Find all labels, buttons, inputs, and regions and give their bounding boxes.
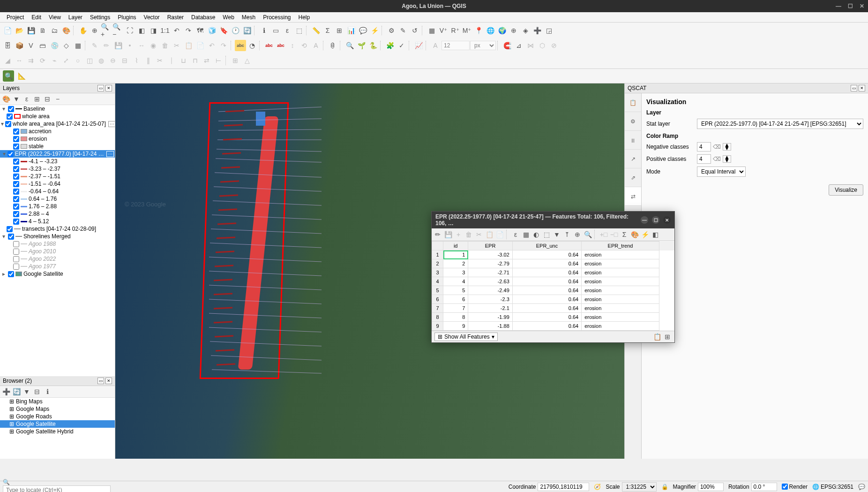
save-project-icon[interactable]: 💾 — [25, 25, 37, 36]
add-layer-icon[interactable]: ➕ — [531, 25, 543, 36]
close-icon[interactable]: ✕ — [663, 216, 671, 224]
locator-input[interactable] — [3, 485, 111, 492]
layer-label[interactable]: Google Satellite — [23, 271, 63, 277]
tab-settings[interactable]: ⚙ — [625, 112, 641, 131]
filter-selection-icon[interactable]: ▼ — [552, 230, 561, 239]
pan-to-selected-icon[interactable]: ⊕ — [573, 230, 582, 239]
menu-web[interactable]: Web — [219, 13, 238, 22]
metasearch-icon[interactable]: 🔍 — [344, 40, 355, 51]
class-label[interactable]: -0.64 – 0.64 — [29, 188, 59, 195]
layer-checkbox[interactable] — [5, 121, 11, 127]
class-label[interactable]: 1.76 – 2.88 — [29, 203, 57, 210]
gps-icon[interactable]: 📍 — [473, 25, 484, 36]
maximize-icon[interactable]: ☐ — [848, 3, 853, 9]
new-mesh-icon[interactable]: ▦ — [72, 40, 83, 51]
open-project-icon[interactable]: 📂 — [14, 25, 25, 36]
zoom-selection-icon[interactable]: ◧ — [136, 25, 147, 36]
vector-create-icon[interactable]: V⁺ — [438, 25, 449, 36]
toggle-edit-icon[interactable]: ✏ — [433, 230, 442, 239]
new-bookmark-icon[interactable]: 🔖 — [218, 25, 229, 36]
attribute-table-window[interactable]: EPR (2022.25-1977.0) [04-17-24 21-25-47]… — [431, 211, 675, 343]
raster-create-icon[interactable]: R⁺ — [449, 25, 461, 36]
new-shapefile-icon[interactable]: V — [25, 40, 37, 51]
column-header[interactable]: EPR_unc — [512, 242, 581, 250]
snapping-icon[interactable]: 🧲 — [501, 40, 513, 51]
new-virtual-icon[interactable]: ◇ — [60, 40, 72, 51]
layer-checkbox[interactable] — [13, 136, 19, 142]
menu-vector[interactable]: Vector — [140, 13, 164, 22]
layer-label[interactable]: transects [04-17-24 02-28-09] — [22, 226, 96, 232]
select-all-icon[interactable]: ▦ — [521, 230, 531, 239]
browser-item[interactable]: ⊞Google Roads — [0, 413, 115, 420]
layer-checkbox[interactable] — [13, 249, 19, 255]
column-header[interactable]: id — [443, 242, 468, 250]
new-geopackage-icon[interactable]: 📦 — [14, 40, 25, 51]
scale-select[interactable]: 1:31225 — [622, 482, 657, 492]
actions-icon[interactable]: ⚡ — [640, 230, 650, 239]
layer-checkbox[interactable] — [8, 234, 14, 240]
layer-label[interactable]: whole area — [22, 113, 50, 120]
crs-button[interactable]: 🌐EPSG:32651 — [812, 484, 853, 490]
attr-window-titlebar[interactable]: EPR (2022.25-1977.0) [04-17-24 21-25-47]… — [432, 212, 674, 228]
add-layer-icon[interactable]: ➕ — [2, 387, 10, 396]
expand-icon[interactable]: ▾ — [1, 233, 7, 240]
select-by-expr-icon[interactable]: ε — [511, 230, 520, 239]
menu-project[interactable]: Project — [3, 13, 28, 22]
layer-checkbox[interactable] — [13, 144, 19, 150]
layer-expression-icon[interactable]: ε — [22, 95, 31, 103]
table-row[interactable]: 11-3.020.64erosion — [432, 250, 674, 259]
table-row[interactable]: 77-2.10.64erosion — [432, 304, 674, 313]
menu-edit[interactable]: Edit — [28, 13, 45, 22]
column-header[interactable]: EPR_trend — [582, 242, 659, 250]
tab-forecast[interactable]: ⇗ — [625, 168, 641, 187]
layer-checkbox[interactable] — [13, 241, 19, 247]
class-label[interactable]: -4.1 – -3.23 — [29, 158, 57, 165]
expand-icon[interactable]: ▾ — [1, 151, 6, 157]
pan-to-selection-icon[interactable]: ⊕ — [89, 25, 100, 36]
maximize-icon[interactable]: ☐ — [652, 216, 659, 224]
new-spatialite-icon[interactable]: 🗃 — [37, 40, 48, 51]
browser-item[interactable]: ⊞Google Satellite — [0, 420, 115, 428]
table-row[interactable]: 55-2.490.64erosion — [432, 286, 674, 295]
label-pin-icon[interactable]: abc — [275, 40, 286, 51]
layer-checkbox[interactable] — [8, 106, 14, 112]
minimize-icon[interactable]: — — [836, 3, 841, 9]
toolbox-icon[interactable]: ⚙ — [386, 25, 397, 36]
deselect-all-icon[interactable]: ⬚ — [542, 230, 551, 239]
zoom-native-icon[interactable]: 1:1 — [159, 25, 171, 36]
layer-collapse-icon[interactable]: ⊟ — [43, 95, 52, 103]
layer-label[interactable]: Agoo 2022 — [29, 256, 56, 262]
refresh-icon[interactable]: 🔄 — [241, 25, 253, 36]
quickosm-icon[interactable]: 🔍 — [3, 70, 14, 82]
layer-checkbox[interactable] — [13, 129, 19, 135]
layer-checkbox[interactable] — [8, 271, 14, 277]
zoom-next-icon[interactable]: ↷ — [183, 25, 194, 36]
layer-label[interactable]: accretion — [29, 128, 52, 135]
layer-checkbox[interactable] — [13, 204, 19, 210]
zoom-full-icon[interactable]: ⛶ — [124, 25, 135, 36]
db-manager-icon[interactable]: 🛢 — [327, 40, 338, 51]
expand-icon[interactable]: ▾ — [1, 121, 4, 127]
layer-label[interactable]: EPR (2022.25-1977.0) [04-17-24 21-25-47] — [15, 151, 104, 157]
refresh-icon[interactable]: 🔄 — [12, 387, 21, 396]
topology-checker-icon[interactable]: ✓ — [396, 40, 407, 51]
grass-tools-icon[interactable]: 🌱 — [356, 40, 367, 51]
messages-icon[interactable]: 💬 — [858, 484, 865, 490]
layer-checkbox[interactable] — [13, 211, 19, 217]
expand-icon[interactable]: ▾ — [1, 106, 7, 112]
menu-plugins[interactable]: Plugins — [114, 13, 140, 22]
layout-manager-icon[interactable]: 🗂 — [49, 25, 60, 36]
table-row[interactable]: 44-2.630.64erosion — [432, 277, 674, 286]
attribute-table[interactable]: id EPR EPR_unc EPR_trend 11-3.020.64eros… — [432, 241, 674, 331]
georef-icon[interactable]: ◲ — [543, 25, 554, 36]
layer-checkbox[interactable] — [13, 219, 19, 225]
layer-expand-icon[interactable]: ⊞ — [33, 95, 41, 103]
label-icon[interactable]: abc — [235, 40, 246, 51]
browser-item[interactable]: ⊞Bing Maps — [0, 398, 115, 405]
browser-tree[interactable]: ⊞Bing Maps ⊞Google Maps ⊞Google Roads ⊞G… — [0, 398, 115, 459]
menu-settings[interactable]: Settings — [86, 13, 114, 22]
virtual-layer-icon[interactable]: ◈ — [520, 25, 531, 36]
class-label[interactable]: -2.37 – -1.51 — [29, 173, 60, 180]
mesh-create-icon[interactable]: M⁺ — [461, 25, 472, 36]
measure-icon[interactable]: 📏 — [310, 25, 322, 36]
